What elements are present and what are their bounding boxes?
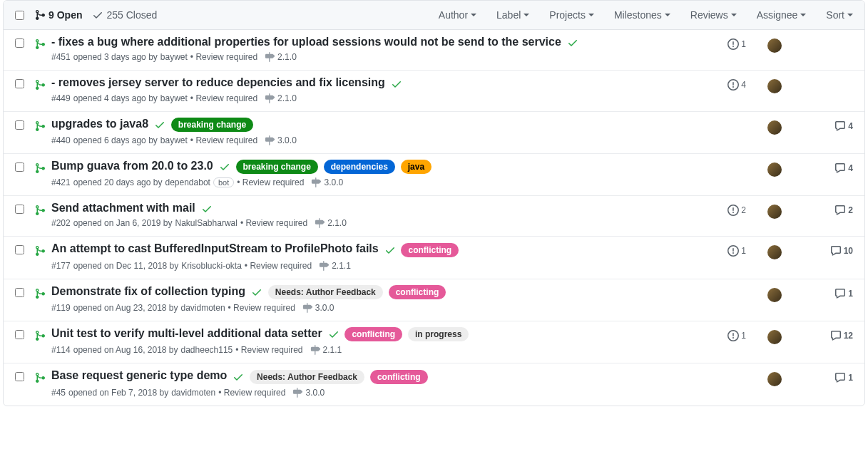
pull-request-open-icon (34, 245, 46, 257)
pull-request-open-icon (34, 372, 46, 383)
review-status: Review required (237, 177, 304, 187)
pr-title-link[interactable]: Bump guava from 20.0 to 23.0 (51, 160, 213, 172)
author-link[interactable]: baywet (160, 52, 188, 62)
pr-rows: - fixes a bug where additional propertie… (4, 30, 864, 406)
comments-count[interactable]: 2 (803, 205, 853, 216)
alert-count[interactable]: 4 (703, 79, 746, 91)
author-link[interactable]: davidmoten (181, 303, 225, 313)
filter-sort[interactable]: Sort (826, 9, 853, 21)
row-main: Bump guava from 20.0 to 23.0 breaking ch… (51, 160, 703, 188)
assignee-avatar[interactable] (767, 205, 782, 219)
assignee-avatar[interactable] (767, 79, 782, 93)
assignee-avatar[interactable] (767, 288, 782, 302)
pr-title-link[interactable]: Unit test to verify multi-level addition… (51, 327, 322, 339)
assignee-avatar[interactable] (767, 245, 782, 259)
row-checkbox[interactable] (15, 162, 24, 172)
label[interactable]: conflicting (370, 370, 428, 384)
author-link[interactable]: dadheech115 (181, 345, 233, 355)
review-status: Review required (235, 345, 302, 355)
milestone-icon (319, 260, 329, 272)
alert-count[interactable]: 1 (703, 38, 746, 50)
pr-title-link[interactable]: Base request generic type demo (51, 369, 227, 381)
filter-label[interactable]: Label (496, 9, 529, 21)
opened-text: opened 20 days ago by (73, 177, 163, 187)
pr-title-link[interactable]: An attempt to cast BufferedInputStream t… (51, 242, 379, 254)
filter-projects[interactable]: Projects (549, 9, 594, 21)
review-status: Review required (245, 261, 312, 271)
pr-title-link[interactable]: upgrades to java8 (51, 118, 148, 130)
milestone-link[interactable]: 2.1.0 (327, 218, 347, 228)
row-right: 110 (703, 242, 853, 271)
milestone-link[interactable]: 3.0.0 (324, 177, 343, 187)
label[interactable]: breaking change (236, 160, 318, 174)
label[interactable]: Needs: Author Feedback (250, 370, 364, 384)
pr-title-link[interactable]: Demonstrate fix of collection typing (51, 285, 245, 297)
label[interactable]: conflicting (401, 243, 459, 257)
assignee-avatar[interactable] (767, 162, 782, 177)
row-checkbox[interactable] (15, 79, 24, 88)
caret-down-icon (471, 14, 476, 16)
filter-assignee[interactable]: Assignee (757, 9, 807, 21)
milestone-link[interactable]: 3.0.0 (315, 303, 335, 313)
author-link[interactable]: NakulSabharwal (175, 218, 238, 228)
label[interactable]: conflicting (389, 285, 446, 299)
milestone-link[interactable]: 2.1.1 (323, 345, 342, 355)
pull-request-open-icon (34, 38, 46, 50)
comments-count[interactable]: 12 (803, 330, 853, 341)
filter-author[interactable]: Author (439, 9, 476, 21)
label[interactable]: conflicting (344, 327, 402, 341)
row-checkbox[interactable] (15, 288, 24, 297)
label[interactable]: Needs: Author Feedback (268, 285, 383, 299)
status-check-icon (201, 203, 213, 215)
row-checkbox[interactable] (15, 372, 24, 381)
milestone-link[interactable]: 2.1.0 (277, 93, 297, 103)
pull-request-icon (34, 9, 46, 21)
milestone-link[interactable]: 2.1.1 (332, 261, 351, 271)
open-tab[interactable]: 9 Open (34, 9, 82, 21)
comments-count[interactable]: 1 (803, 372, 853, 383)
comments-count[interactable]: 4 (803, 120, 853, 132)
author-link[interactable]: davidmoten (171, 388, 215, 398)
filter-reviews[interactable]: Reviews (690, 9, 737, 21)
row-checkbox[interactable] (15, 330, 24, 339)
author-link[interactable]: Krisoblucki-okta (181, 261, 242, 271)
pr-title-link[interactable]: Send attachment with mail (51, 202, 195, 214)
milestone-link[interactable]: 2.1.0 (277, 52, 297, 62)
comments-count[interactable]: 1 (803, 288, 853, 299)
label[interactable]: java (401, 160, 432, 174)
row-right: 4 (703, 160, 853, 188)
milestone-link[interactable]: 3.0.0 (305, 388, 325, 398)
label[interactable]: breaking change (171, 118, 253, 132)
comment-icon (830, 245, 842, 257)
milestone-link[interactable]: 3.0.0 (277, 135, 297, 145)
row-checkbox[interactable] (15, 245, 24, 254)
author-link[interactable]: baywet (160, 93, 188, 103)
label[interactable]: dependencies (324, 160, 395, 174)
assignee-avatar[interactable] (767, 330, 782, 344)
alert-count[interactable]: 1 (703, 245, 746, 257)
alert-count[interactable]: 1 (703, 330, 746, 341)
assignee-avatar[interactable] (767, 372, 782, 386)
pr-title-link[interactable]: - fixes a bug where additional propertie… (51, 36, 561, 48)
pr-subtitle: #440 opened 6 days ago by baywet Review … (51, 135, 703, 146)
author-link[interactable]: baywet (160, 135, 188, 145)
review-status: Review required (228, 303, 295, 313)
row-main: Demonstrate fix of collection typing Nee… (51, 285, 703, 314)
row-checkbox[interactable] (15, 120, 24, 130)
pull-request-open-icon (34, 79, 46, 91)
milestone-icon (315, 217, 325, 229)
alert-count[interactable]: 2 (703, 205, 746, 216)
comments-count[interactable]: 10 (803, 245, 853, 257)
label[interactable]: in progress (408, 327, 469, 341)
comments-count[interactable]: 4 (803, 162, 853, 174)
closed-tab[interactable]: 255 Closed (92, 9, 157, 21)
select-all-checkbox[interactable] (15, 11, 24, 20)
pr-subtitle: #449 opened 4 days ago by baywet Review … (51, 93, 703, 104)
assignee-avatar[interactable] (767, 38, 782, 53)
row-checkbox[interactable] (15, 38, 24, 48)
assignee-avatar[interactable] (767, 120, 782, 135)
row-checkbox[interactable] (15, 205, 24, 214)
author-link[interactable]: dependabot (165, 177, 210, 187)
pr-title-link[interactable]: - removes jersey server to reduce depenc… (51, 76, 385, 88)
filter-milestones[interactable]: Milestones (614, 9, 670, 21)
